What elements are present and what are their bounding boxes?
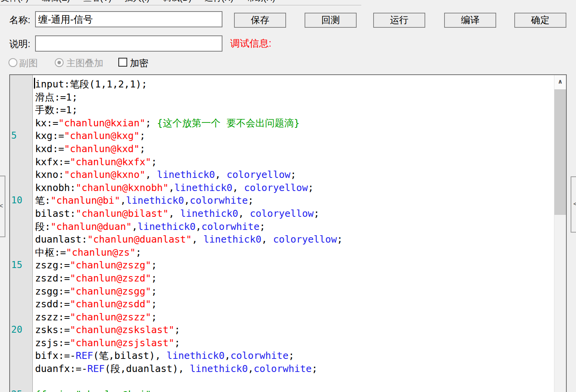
code-line[interactable]: 中枢:="chanlun@zs"; — [35, 246, 554, 259]
menu-item-file[interactable]: 文件(F) — [1, 0, 29, 4]
code-segment: bilast: — [35, 208, 76, 219]
code-line[interactable]: duanlast:"chanlun@duanlast", linethick0,… — [35, 233, 554, 246]
code-segment: "chanlun@zsgg" — [70, 286, 151, 297]
code-segment: linethick0 — [167, 350, 225, 361]
code-line[interactable]: bilast:"chanlun@bilast", linethick0, col… — [35, 207, 554, 220]
code-segment: zsgg:= — [35, 286, 70, 297]
code-line[interactable]: kxfx:="chanlun@kxfx"; — [35, 156, 554, 169]
code-area[interactable]: input:笔段(1,1,2,1);滑点:=1;手数:=1;kx:="chanl… — [33, 75, 554, 392]
line-number-gutter: 510152025 — [10, 75, 33, 392]
code-segment: ; — [151, 156, 157, 168]
code-segment: coloryellow — [273, 234, 337, 245]
code-segment: "chanlun@bi" — [51, 195, 120, 206]
code-segment: linethick0 — [138, 221, 196, 232]
code-line[interactable]: zsgg:="chanlun@zsgg"; — [35, 285, 554, 298]
code-segment: ; — [312, 363, 317, 374]
code-segment: linethick0 — [126, 195, 184, 206]
backtest-button[interactable]: 回测 — [305, 13, 357, 28]
code-segment: , — [232, 182, 244, 193]
code-line[interactable]: input:笔段(1,1,2,1); — [35, 78, 554, 91]
run-button[interactable]: 运行 — [373, 13, 425, 28]
code-line[interactable]: duanfx:=-REF(段,duanlast), linethick0,col… — [35, 362, 554, 375]
code-segment: "chanlun@duanlast" — [87, 234, 192, 245]
code-segment: 手数:=1; — [35, 104, 77, 116]
scrollbar-thumb[interactable] — [554, 89, 566, 215]
right-panel-collapse-button[interactable]: < — [571, 176, 576, 233]
code-segment: zsdd:= — [35, 298, 70, 310]
radio-subchart[interactable] — [8, 58, 17, 67]
code-segment: ; — [314, 208, 320, 219]
code-segment: ; — [290, 169, 296, 180]
code-line[interactable]: zszg:="chanlun@zszg"; — [35, 259, 554, 272]
code-segment: , — [184, 195, 190, 206]
code-line[interactable] — [35, 375, 554, 389]
radio-selected-dot — [57, 61, 61, 64]
menu-item-run[interactable]: 运行(R) — [205, 0, 234, 4]
code-line[interactable]: 段:"chanlun@duan",linethick0,colorwhite; — [35, 220, 554, 233]
code-line[interactable]: {fxxin:"chanlun@kxi" — [35, 388, 554, 392]
encrypt-checkbox-label: 加密 — [130, 57, 148, 69]
code-segment: ; — [337, 234, 343, 245]
code-segment: , — [168, 182, 174, 193]
collapse-left-icon: < — [0, 203, 3, 209]
code-segment: "chanlun@zszg" — [70, 260, 151, 271]
code-line[interactable]: kxnobh:"chanlun@kxnobh",linethick0, colo… — [35, 181, 554, 194]
code-segment: coloryellow — [250, 208, 314, 219]
compile-button[interactable]: 编译 — [444, 13, 496, 28]
code-segment: kx:= — [35, 117, 58, 129]
text-caret — [34, 78, 35, 89]
line-number: 20 — [11, 323, 22, 337]
code-segment: {fxxin:"chanlun@kxi" — [35, 389, 151, 392]
collapse-right-icon: < — [573, 201, 576, 207]
name-value: 缠-通用-信号 — [38, 14, 93, 25]
confirm-button[interactable]: 确定 — [514, 13, 566, 28]
code-line[interactable]: kxno:"chanlun@kxno", linethick0, colorye… — [35, 168, 554, 181]
code-line[interactable]: zsdd:="chanlun@zsdd"; — [35, 298, 554, 311]
code-segment: REF — [87, 363, 104, 374]
radio-mainchart-overlay[interactable] — [55, 58, 64, 67]
code-segment: "chanlun@kxian" — [58, 117, 145, 129]
code-segment: kxno: — [35, 169, 64, 180]
code-segment: "chanlun@kxfx" — [70, 156, 151, 168]
code-segment: colorwhite — [190, 195, 248, 206]
code-line[interactable]: kxd:="chanlun@kxd"; — [35, 142, 554, 156]
menu-item-view[interactable]: 查看(V) — [83, 0, 111, 4]
scroll-up-arrow-icon[interactable]: ∧ — [554, 75, 566, 89]
code-segment: ; — [174, 337, 180, 348]
code-line[interactable]: kx:="chanlun@kxian"; {这个放第一个 要不会出问题滴} — [35, 117, 554, 130]
code-line[interactable]: 手数:=1; — [35, 104, 554, 117]
code-segment: ; — [308, 182, 313, 193]
name-input[interactable]: 缠-通用-信号 — [35, 11, 222, 27]
code-line[interactable]: zszd:="chanlun@zszd"; — [35, 272, 554, 285]
code-line[interactable]: kxg:="chanlun@kxg"; — [35, 129, 554, 142]
encrypt-checkbox[interactable] — [118, 58, 127, 67]
code-line[interactable]: zszz:="chanlun@zszz"; — [35, 311, 554, 324]
description-input[interactable] — [35, 35, 222, 52]
code-segment: , — [120, 195, 126, 206]
menu-item-edit[interactable]: 编辑(E) — [42, 0, 70, 4]
code-segment: (段,duanlast), — [105, 363, 190, 374]
code-line[interactable]: zsjs:="chanlun@zsjslast"; — [35, 337, 554, 350]
menu-item-insert[interactable]: 插入(I) — [125, 0, 150, 4]
code-line[interactable]: 笔:"chanlun@bi",linethick0,colorwhite; — [35, 194, 554, 207]
left-panel-collapse-button[interactable]: < — [0, 176, 5, 237]
code-segment: zszz:= — [35, 312, 70, 323]
code-segment: REF — [76, 350, 93, 361]
code-segment: (笔,bilast), — [93, 350, 167, 361]
code-segment: "chanlun@duan" — [51, 221, 132, 232]
code-segment: "chanlun@zsdd" — [70, 298, 151, 310]
code-line[interactable]: bifx:=-REF(笔,bilast), linethick0,colorwh… — [35, 349, 554, 362]
code-segment: coloryellow — [244, 182, 308, 193]
code-segment: "chanlun@kxnobh" — [76, 182, 168, 193]
code-segment: zszd:= — [35, 273, 70, 284]
code-segment: linethick0 — [204, 234, 262, 245]
code-segment: ; — [136, 247, 141, 258]
menu-item-help[interactable]: 帮助(H) — [246, 0, 275, 4]
code-line[interactable]: zsks:="chanlun@zskslast"; — [35, 323, 554, 337]
code-line[interactable]: 滑点:=1; — [35, 91, 554, 104]
code-segment: "chanlun@kxd" — [64, 143, 140, 154]
save-button[interactable]: 保存 — [234, 13, 286, 28]
menu-item-debug[interactable]: 调试(D) — [163, 0, 192, 4]
code-segment: "chanlun@zs" — [66, 247, 136, 258]
vertical-scrollbar[interactable]: ∧ — [554, 75, 566, 392]
